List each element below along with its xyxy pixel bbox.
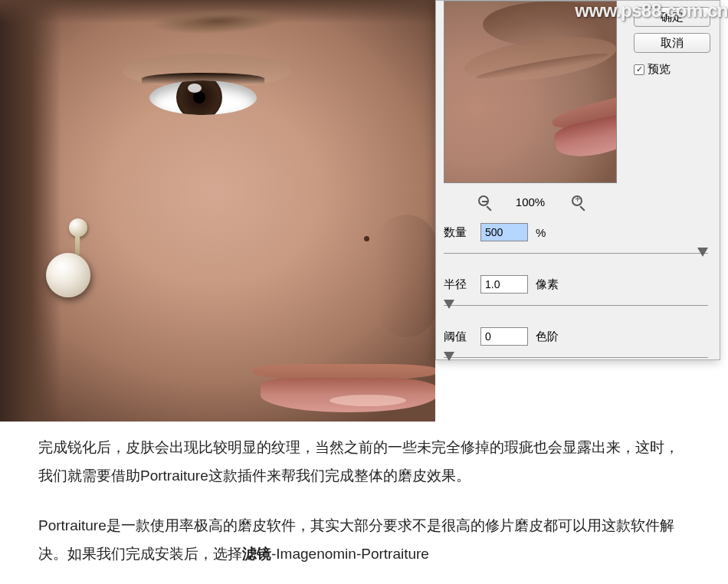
main-photo	[0, 0, 435, 422]
threshold-label: 阈值	[444, 330, 473, 344]
radius-input[interactable]	[480, 275, 528, 294]
photo-detail	[364, 236, 369, 241]
radius-row: 半径 像素	[444, 275, 712, 294]
threshold-input[interactable]	[480, 327, 528, 346]
amount-slider[interactable]	[444, 246, 708, 261]
filter-dialog: 确定 取消 ✓ 预览 100% 数量 % 半径	[435, 0, 720, 360]
article-text: 完成锐化后，皮肤会出现比较明显的纹理，当然之前的一些未完全修掉的瑕疵也会显露出来…	[38, 433, 690, 584]
amount-input[interactable]	[480, 223, 528, 241]
preview-thumbnail[interactable]	[444, 1, 617, 183]
article-paragraph-2: Portraiture是一款使用率极高的磨皮软件，其实大部分要求不是很高的修片磨…	[38, 511, 690, 568]
screenshot-area: 确定 取消 ✓ 预览 100% 数量 % 半径	[0, 0, 728, 422]
slider-thumb-icon[interactable]	[444, 352, 454, 361]
watermark-text: www.ps88.com.cn	[575, 0, 728, 21]
cancel-button[interactable]: 取消	[634, 33, 710, 53]
zoom-out-icon[interactable]	[478, 194, 489, 210]
amount-row: 数量 %	[444, 223, 712, 241]
threshold-row: 阈值 色阶	[444, 327, 712, 346]
zoom-in-icon[interactable]	[572, 194, 582, 210]
amount-unit: %	[536, 226, 546, 239]
preview-checkbox-row[interactable]: ✓ 预览	[634, 62, 710, 77]
radius-unit: 像素	[536, 277, 559, 292]
amount-label: 数量	[444, 225, 473, 240]
threshold-slider[interactable]	[444, 350, 708, 366]
photo-detail	[375, 215, 435, 337]
photo-detail	[123, 54, 291, 123]
radius-slider[interactable]	[444, 298, 708, 313]
article-paragraph-1: 完成锐化后，皮肤会出现比较明显的纹理，当然之前的一些未完全修掉的瑕疵也会显露出来…	[38, 433, 690, 490]
photo-detail	[0, 0, 61, 422]
parameters: 数量 % 半径 像素 阈值 色阶	[444, 223, 712, 379]
threshold-unit: 色阶	[536, 330, 559, 344]
preview-checkbox[interactable]: ✓	[634, 64, 644, 75]
zoom-level-label: 100%	[516, 195, 545, 208]
radius-label: 半径	[444, 277, 473, 292]
photo-detail	[253, 356, 435, 418]
photo-detail	[31, 215, 107, 314]
zoom-controls: 100%	[444, 194, 617, 210]
preview-checkbox-label: 预览	[648, 62, 671, 77]
slider-thumb-icon[interactable]	[444, 300, 454, 309]
slider-thumb-icon[interactable]	[697, 248, 708, 257]
